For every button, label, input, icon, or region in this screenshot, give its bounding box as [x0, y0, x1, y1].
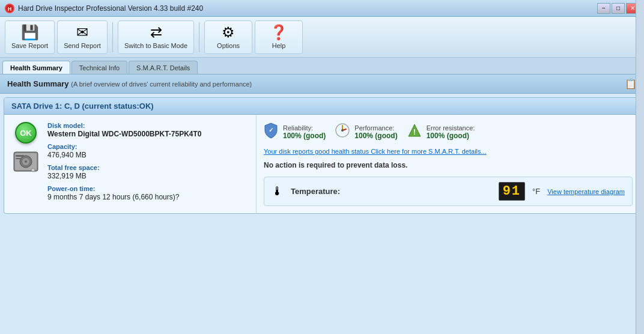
section-title-main: Health Summary — [7, 79, 69, 88]
save-icon: 💾 — [21, 25, 39, 40]
temperature-display: 91 — [499, 182, 525, 201]
power-on-value: 9 months 7 days 12 hours (6,660 hours)? — [47, 193, 249, 201]
disk-icon-area: OK — [11, 122, 40, 206]
performance-label: Performance: — [354, 124, 397, 132]
options-icon: ⚙ — [222, 25, 235, 40]
error-resistance-stat: ! Error resistance: 100% (good) — [407, 122, 475, 142]
help-icon: ❓ — [270, 25, 288, 40]
tab-smart-details[interactable]: S.M.A.R.T. Details — [129, 61, 198, 74]
performance-text: Performance: 100% (good) — [354, 124, 397, 140]
toolbar: 💾 Save Report ✉ Send Report ⇄ Switch to … — [0, 17, 644, 58]
help-label: Help — [272, 42, 286, 49]
error-resistance-value: 100% (good) — [427, 132, 475, 140]
svg-point-6 — [25, 160, 27, 163]
svg-point-12 — [341, 129, 344, 132]
disk-info: Disk model: Western Digital WDC-WD5000BP… — [47, 122, 249, 206]
toolbar-separator — [112, 22, 113, 52]
performance-icon — [335, 123, 350, 141]
tab-health-summary[interactable]: Health Summary — [2, 61, 70, 74]
svg-rect-8 — [16, 155, 24, 157]
drive-title: SATA Drive 1: C, D (current status:OK) — [11, 102, 154, 111]
right-panel: ✓ Reliability: 100% (good) — [257, 115, 640, 213]
health-link[interactable]: Your disk reports good health status Cli… — [264, 148, 633, 155]
window-controls: − □ ✕ — [597, 3, 639, 14]
temperature-diagram-link[interactable]: View temperature diagram — [547, 188, 625, 195]
no-action-message: No action is required to prevent data lo… — [264, 161, 633, 169]
reliability-text: Reliability: 100% (good) — [283, 124, 326, 140]
stats-row: ✓ Reliability: 100% (good) — [264, 122, 633, 142]
free-space-value: 332,919 MB — [47, 172, 249, 180]
thermometer-icon: 🌡 — [272, 184, 284, 198]
maximize-button[interactable]: □ — [612, 3, 625, 14]
tab-technical-info[interactable]: Technical Info — [71, 61, 127, 74]
toolbar-separator-2 — [199, 22, 199, 52]
reliability-label: Reliability: — [283, 124, 326, 132]
reliability-value: 100% (good) — [283, 132, 326, 140]
svg-text:✓: ✓ — [269, 127, 273, 133]
app-icon: H — [5, 4, 14, 13]
free-space-label: Total free space: — [47, 164, 249, 171]
svg-rect-9 — [16, 158, 22, 159]
svg-text:H: H — [8, 6, 12, 12]
drive-header: SATA Drive 1: C, D (current status:OK) — [4, 98, 640, 115]
window-title: Hard Drive Inspector Professional Versio… — [18, 4, 203, 13]
main-content: SATA Drive 1: C, D (current status:OK) O… — [4, 97, 640, 214]
reliability-icon: ✓ — [264, 122, 278, 142]
temperature-unit: °F — [532, 187, 540, 196]
section-title-sub: (A brief overview of drives' current rel… — [71, 80, 252, 88]
send-report-button[interactable]: ✉ Send Report — [57, 20, 108, 54]
error-resistance-icon: ! — [407, 123, 422, 141]
send-icon: ✉ — [76, 25, 88, 40]
section-header: Health Summary (A brief overview of driv… — [0, 74, 644, 94]
capacity-value: 476,940 MB — [47, 151, 249, 159]
temperature-row: 🌡 Temperature: 91 °F View temperature di… — [264, 177, 633, 206]
options-label: Options — [217, 42, 240, 49]
section-title: Health Summary (A brief overview of driv… — [7, 79, 252, 88]
send-report-label: Send Report — [64, 42, 101, 49]
disk-model-value: Western Digital WDC-WD5000BPKT-75PK4T0 — [47, 130, 249, 138]
scrollbar[interactable] — [636, 97, 640, 214]
error-resistance-text: Error resistance: 100% (good) — [427, 124, 475, 140]
switch-mode-button[interactable]: ⇄ Switch to Basic Mode — [118, 20, 194, 54]
minimize-button[interactable]: − — [597, 3, 610, 14]
options-button[interactable]: ⚙ Options — [204, 20, 252, 54]
title-bar-left: H Hard Drive Inspector Professional Vers… — [5, 4, 203, 13]
temperature-label: Temperature: — [291, 187, 491, 196]
power-on-label: Power-on time: — [47, 185, 249, 192]
performance-stat: Performance: 100% (good) — [335, 122, 397, 142]
save-report-button[interactable]: 💾 Save Report — [5, 20, 55, 54]
svg-text:!: ! — [413, 128, 416, 136]
title-bar: H Hard Drive Inspector Professional Vers… — [0, 0, 644, 17]
left-panel: OK Disk model: Western Digital WDC-WD500… — [4, 115, 257, 213]
tabs-bar: Health Summary Technical Info S.M.A.R.T.… — [0, 58, 644, 74]
disk-model-label: Disk model: — [47, 122, 249, 129]
error-resistance-label: Error resistance: — [427, 124, 475, 132]
save-report-label: Save Report — [11, 42, 48, 49]
drive-body: OK Disk model: Western Digital WDC-WD500… — [4, 115, 640, 213]
svg-point-7 — [31, 168, 35, 172]
performance-value: 100% (good) — [354, 132, 397, 140]
disk-image — [11, 147, 40, 176]
switch-mode-label: Switch to Basic Mode — [124, 42, 187, 49]
capacity-label: Capacity: — [47, 143, 249, 150]
section-action-icon[interactable]: 📋 — [625, 78, 637, 90]
help-button[interactable]: ❓ Help — [255, 20, 303, 54]
ok-badge: OK — [15, 122, 37, 144]
reliability-stat: ✓ Reliability: 100% (good) — [264, 122, 326, 142]
switch-icon: ⇄ — [150, 25, 162, 40]
